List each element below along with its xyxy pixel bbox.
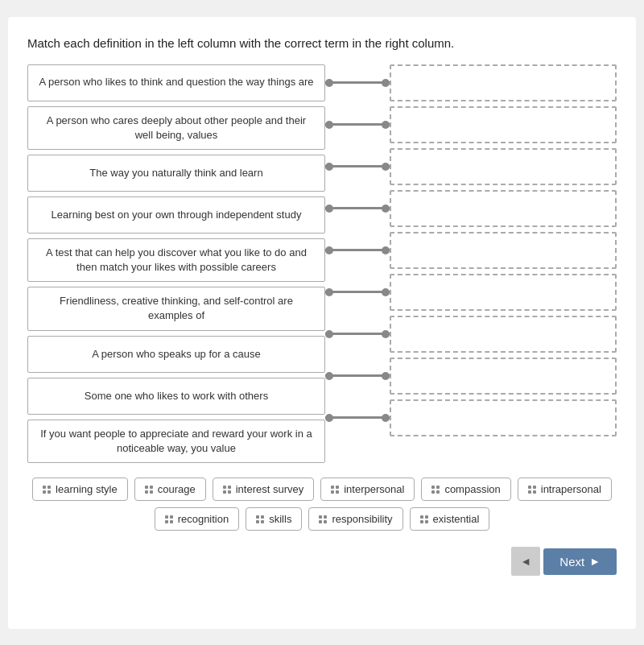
left-item-6: A person who speaks up for a cause <box>27 336 325 373</box>
left-item-1: A person who cares deeply about other pe… <box>27 106 325 150</box>
tags-section: learning stylecourageinterest surveyinte… <box>27 478 617 531</box>
tag-existential[interactable]: existential <box>410 507 490 531</box>
drag-icon <box>431 486 440 494</box>
next-label: Next <box>559 555 584 569</box>
tag-label: interest survey <box>236 483 304 495</box>
left-item-0: A person who likes to think and question… <box>27 64 325 101</box>
right-column <box>390 64 617 464</box>
tag-interpersonal[interactable]: interpersonal <box>320 478 415 501</box>
drag-icon <box>319 515 327 523</box>
drag-icon <box>223 486 231 494</box>
tag-label: skills <box>269 513 291 525</box>
connector-1 <box>325 106 390 143</box>
quiz-container: Match each definition in the left column… <box>8 17 636 629</box>
right-dropzone-7[interactable] <box>390 358 617 395</box>
left-item-4: A test that can help you discover what y… <box>27 238 325 282</box>
drag-icon <box>256 515 264 523</box>
tag-label: existential <box>433 513 480 525</box>
tag-label: courage <box>158 483 196 495</box>
tag-courage[interactable]: courage <box>134 478 206 501</box>
connector-column <box>325 64 390 464</box>
connector-5 <box>325 274 390 311</box>
left-item-2: The way you naturally think and learn <box>27 155 325 192</box>
tag-label: recognition <box>178 513 229 525</box>
connector-6 <box>325 316 390 353</box>
drag-icon <box>145 486 153 494</box>
drag-icon <box>331 486 339 494</box>
right-dropzone-5[interactable] <box>390 274 617 311</box>
tag-recognition[interactable]: recognition <box>155 507 240 531</box>
tag-label: compassion <box>444 483 500 495</box>
left-item-8: If you want people to appreciate and rew… <box>27 420 325 463</box>
right-dropzone-6[interactable] <box>390 316 617 353</box>
tag-responsibility[interactable]: responsibility <box>308 507 402 531</box>
next-button[interactable]: Next ► <box>543 548 617 575</box>
connector-4 <box>325 232 390 269</box>
tag-compassion[interactable]: compassion <box>421 478 510 501</box>
navigation-area: ◄ Next ► <box>27 547 617 576</box>
left-item-3: Learning best on your own through indepe… <box>27 196 325 234</box>
left-column: A person who likes to think and question… <box>27 64 325 464</box>
right-dropzone-0[interactable] <box>390 64 617 101</box>
drag-icon <box>43 486 51 494</box>
tag-label: interpersonal <box>344 483 404 495</box>
connector-7 <box>325 358 390 395</box>
left-item-5: Friendliness, creative thinking, and sel… <box>27 287 325 330</box>
prev-button[interactable]: ◄ <box>511 547 540 576</box>
drag-icon <box>420 515 428 523</box>
match-area: A person who likes to think and question… <box>27 64 617 464</box>
right-dropzone-4[interactable] <box>390 232 617 269</box>
instruction-text: Match each definition in the left column… <box>27 36 617 50</box>
tag-intrapersonal[interactable]: intrapersonal <box>518 478 612 501</box>
tag-label: learning style <box>56 483 118 495</box>
drag-icon <box>165 515 173 523</box>
right-dropzone-8[interactable] <box>390 399 617 436</box>
tag-skills[interactable]: skills <box>246 507 302 531</box>
connector-8 <box>325 399 390 436</box>
tag-label: responsibility <box>332 513 392 525</box>
connector-2 <box>325 148 390 185</box>
left-item-7: Some one who likes to work with others <box>27 378 325 415</box>
next-arrow: ► <box>589 555 601 568</box>
tag-label: intrapersonal <box>541 483 601 495</box>
connector-0 <box>325 64 390 101</box>
right-dropzone-3[interactable] <box>390 190 617 227</box>
tag-learning-style[interactable]: learning style <box>32 478 128 501</box>
tag-interest-survey[interactable]: interest survey <box>213 478 315 501</box>
connector-3 <box>325 190 390 227</box>
right-dropzone-1[interactable] <box>390 106 617 143</box>
drag-icon <box>528 486 536 494</box>
right-dropzone-2[interactable] <box>390 148 617 185</box>
